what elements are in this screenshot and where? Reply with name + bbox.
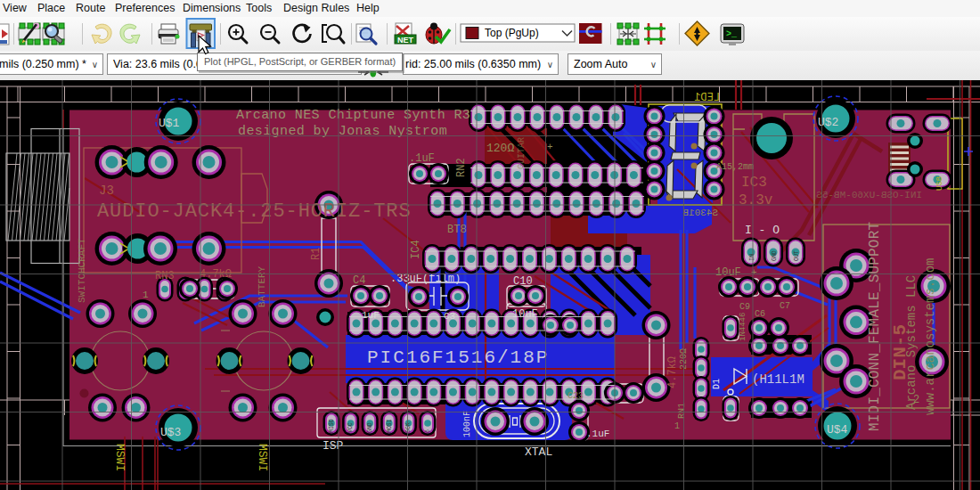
svg-text:C6: C6 — [755, 309, 765, 319]
svg-text:C9: C9 — [739, 302, 750, 312]
svg-text:BT8: BT8 — [447, 224, 467, 236]
svg-text:INI-OSB-UX60-MB-5S: INI-OSB-UX60-MB-5S — [816, 190, 922, 200]
svg-text:MISO: MISO — [329, 419, 335, 433]
svg-text:R1: R1 — [310, 248, 323, 260]
svg-text:C3: C3 — [444, 311, 455, 322]
svg-text:C10: C10 — [513, 275, 533, 288]
svg-text:GUITAR: GUITAR — [517, 137, 527, 169]
svg-text:>_: >_ — [726, 29, 738, 39]
svg-text:.1uF: .1uF — [409, 152, 435, 165]
svg-text:S4301B: S4301B — [682, 208, 718, 218]
svg-text:VCC: VCC — [347, 422, 354, 433]
svg-text:PIC16F1516/18P: PIC16F1516/18P — [367, 347, 549, 368]
svg-text:ISP: ISP — [323, 439, 344, 453]
svg-text:4.7kΩ: 4.7kΩ — [666, 356, 679, 388]
svg-text:NET: NET — [397, 36, 414, 45]
svg-text:2: 2 — [913, 394, 919, 406]
svg-text:10uF: 10uF — [512, 308, 538, 321]
svg-text:Arcano Systems LLC: Arcano Systems LLC — [904, 275, 919, 410]
svg-text:1N4446: 1N4446 — [739, 313, 747, 341]
svg-text:1: 1 — [674, 421, 680, 431]
svg-text:10uF: 10uF — [715, 266, 741, 279]
svg-text:J3: J3 — [99, 184, 114, 198]
svg-text:SWITCHCRAFT: SWITCHCRAFT — [77, 238, 87, 303]
svg-text:USB: USB — [935, 176, 944, 191]
svg-text:MSWI: MSWI — [256, 444, 269, 471]
svg-text:U$2: U$2 — [818, 116, 838, 129]
svg-text:RN3: RN3 — [155, 270, 175, 282]
svg-text:A15,2mm: A15,2mm — [716, 162, 754, 172]
svg-text:RN1: RN1 — [677, 403, 687, 419]
svg-text:GND: GND — [772, 250, 778, 261]
svg-text:+: + — [751, 267, 757, 278]
svg-text:Arcano NES Chiptune Synth R3: Arcano NES Chiptune Synth R3 — [236, 108, 470, 123]
svg-text:C4: C4 — [353, 274, 365, 287]
svg-text:+: + — [547, 142, 553, 152]
svg-text:Top (PgUp): Top (PgUp) — [485, 27, 539, 39]
svg-text:GND: GND — [367, 422, 373, 433]
svg-text:SCK: SCK — [405, 422, 412, 433]
svg-text:6: 6 — [425, 429, 431, 433]
svg-text:I - O: I - O — [745, 224, 780, 237]
svg-text:1: 1 — [143, 290, 149, 300]
svg-text:U$1: U$1 — [159, 117, 180, 130]
svg-text:IC3: IC3 — [741, 175, 767, 191]
svg-text:.33uF(film): .33uF(film) — [390, 273, 461, 285]
svg-text:XTAL: XTAL — [525, 445, 552, 459]
svg-text:MIDI_CONN_FEMALE_SUPPORT: MIDI_CONN_FEMALE_SUPPORT — [867, 222, 883, 431]
svg-text:3.3v: 3.3v — [739, 192, 773, 208]
svg-text:MSWI: MSWI — [113, 444, 127, 471]
svg-text:AUDIO-JACK4-.25-HORIZ-TRS: AUDIO-JACK4-.25-HORIZ-TRS — [97, 200, 412, 223]
svg-text:U$3: U$3 — [160, 426, 181, 439]
svg-text:LED1: LED1 — [694, 92, 720, 104]
svg-text:C23: C23 — [568, 391, 584, 401]
svg-text:120Ω: 120Ω — [486, 142, 514, 155]
svg-text:.1uF: .1uF — [586, 429, 609, 439]
svg-text:(H11L1M: (H11L1M — [752, 372, 804, 387]
svg-text:IC4: IC4 — [410, 240, 422, 259]
svg-text:D1: D1 — [712, 379, 722, 389]
svg-text:BATTERY: BATTERY — [257, 265, 267, 307]
svg-text:U$4: U$4 — [827, 423, 848, 437]
svg-text:www.arcanosystems.com: www.arcanosystems.com — [923, 258, 937, 415]
svg-text:OUT: OUT — [794, 250, 800, 261]
svg-text:100nF: 100nF — [462, 411, 472, 437]
svg-text:MOSI: MOSI — [387, 419, 393, 433]
svg-text:1uF: 1uF — [362, 310, 380, 321]
svg-text:C7: C7 — [780, 301, 790, 311]
svg-text:RN2: RN2 — [455, 158, 468, 177]
